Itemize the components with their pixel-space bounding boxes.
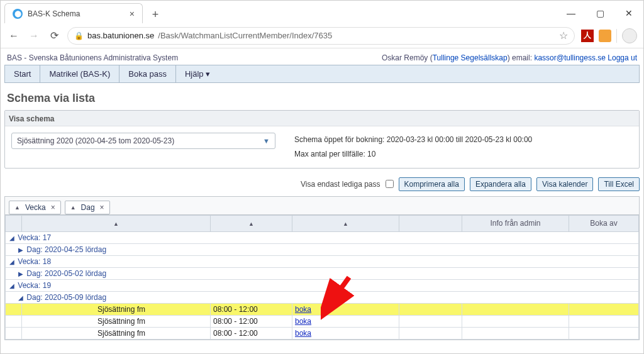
browser-toolbar: ← → ⟳ 🔒 bas.batunionen.se/Bask/WatchmanL… (1, 23, 643, 48)
remove-group-icon[interactable]: × (100, 203, 104, 212)
group-row-day[interactable]: ◢ Dag: 2020-05-09 lördag (6, 291, 639, 303)
menu-boka-pass[interactable]: Boka pass (119, 65, 176, 82)
chevron-down-icon: ▼ (263, 137, 270, 145)
system-header: BAS - Svenska Båtunionens Administrativa… (4, 51, 640, 65)
expand-icon[interactable]: ▶ (17, 246, 25, 253)
max-antal-text: Max antal per tillfälle: 10 (294, 147, 532, 162)
table-header-row: ▲ ▲ ▲ Info från admin Boka av (6, 215, 639, 231)
group-tab-label: Dag (81, 203, 95, 212)
grid-controls: Visa endast lediga pass Komprimera alla … (4, 175, 640, 196)
browser-titlebar: ⬤ BAS-K Schema × + — ▢ ✕ (1, 1, 643, 23)
komprimera-button[interactable]: Komprimera alla (399, 177, 465, 191)
divider (616, 29, 617, 43)
url-path: /Bask/WatchmanListCurrentMember/Index/76… (158, 31, 332, 40)
sort-asc-icon: ▲ (70, 204, 76, 211)
bookmark-star-icon[interactable]: ☆ (559, 30, 568, 41)
visa-kalender-button[interactable]: Visa kalender (536, 177, 594, 191)
expandera-button[interactable]: Expandera alla (470, 177, 531, 191)
browser-tab[interactable]: ⬤ BAS-K Schema × (4, 3, 143, 23)
user-name: Oskar Remöy (382, 53, 428, 62)
forward-button[interactable]: → (27, 29, 41, 43)
schedule-grid: ▲ Vecka × ▲ Dag × ▲ ▲ ▲ (4, 196, 640, 340)
extensions: 人 (581, 28, 637, 43)
only-free-label: Visa endast lediga pass (301, 180, 380, 189)
schema-select[interactable]: Sjösättning 2020 (2020-04-25 tom 2020-05… (11, 133, 275, 149)
collapse-icon[interactable]: ◢ (8, 235, 16, 241)
main-menu: Start Matrikel (BAS-K) Boka pass Hjälp ▾ (4, 65, 640, 83)
col-boka-av[interactable]: Boka av (569, 215, 639, 231)
window-controls: — ▢ ✕ (557, 3, 643, 23)
group-row-day[interactable]: ▶ Dag: 2020-05-02 lördag (6, 267, 639, 279)
col-spacer (399, 215, 462, 231)
group-tab-label: Vecka (25, 203, 46, 212)
filter-panel-header: Visa schema (5, 111, 639, 126)
menu-matrikel[interactable]: Matrikel (BAS-K) (40, 65, 119, 82)
pass-time: 08:00 - 12:00 (211, 303, 292, 315)
user-block: Oskar Remöy (Tullinge Segelsällskap) ema… (382, 53, 637, 62)
col-name[interactable]: ▲ (22, 215, 211, 231)
col-action[interactable]: ▲ (292, 215, 399, 231)
boka-link[interactable]: boka (295, 305, 311, 314)
pass-time: 08:00 - 12:00 (211, 315, 292, 327)
boka-link[interactable]: boka (295, 317, 311, 326)
group-row-week[interactable]: ◢ Vecka: 19 (6, 279, 639, 291)
group-tab-dag[interactable]: ▲ Dag × (65, 201, 110, 214)
schema-select-value: Sjösättning 2020 (2020-04-25 tom 2020-05… (17, 136, 174, 145)
close-window-button[interactable]: ✕ (614, 3, 643, 23)
pdf-extension-icon[interactable]: 人 (581, 30, 594, 42)
minimize-button[interactable]: — (557, 3, 586, 23)
table-row: Sjösättning fm 08:00 - 12:00 boka (6, 327, 639, 339)
pass-time: 08:00 - 12:00 (211, 327, 292, 339)
table-row: Sjösättning fm 08:00 - 12:00 boka (6, 303, 639, 315)
collapse-icon[interactable]: ◢ (17, 294, 25, 301)
schedule-table: ▲ ▲ ▲ Info från admin Boka av ◢ Vecka: 1… (5, 215, 639, 340)
remove-group-icon[interactable]: × (51, 203, 55, 212)
menu-hjalp[interactable]: Hjälp ▾ (176, 65, 219, 82)
menu-start[interactable]: Start (5, 65, 40, 82)
expand-icon[interactable]: ▶ (17, 270, 25, 277)
till-excel-button[interactable]: Till Excel (598, 177, 640, 191)
col-info[interactable]: Info från admin (462, 215, 569, 231)
new-tab-button[interactable]: + (147, 6, 164, 23)
group-row-day[interactable]: ▶ Dag: 2020-04-25 lördag (6, 243, 639, 255)
reload-button[interactable]: ⟳ (47, 29, 61, 43)
url-host: bas.batunionen.se (87, 31, 154, 40)
back-button[interactable]: ← (7, 29, 21, 43)
grid-group-tabs: ▲ Vecka × ▲ Dag × (5, 197, 639, 215)
group-row-week[interactable]: ◢ Vecka: 17 (6, 231, 639, 243)
extension-icon[interactable] (599, 30, 611, 42)
sort-asc-icon: ▲ (14, 204, 20, 211)
tab-title: BAS-K Schema (28, 9, 80, 18)
col-expand[interactable] (6, 215, 22, 231)
table-row: Sjösättning fm 08:00 - 12:00 boka (6, 315, 639, 327)
app-name: BAS - Svenska Båtunionens Administrativa… (7, 53, 178, 62)
user-club-link[interactable]: Tullinge Segelsällskap (433, 53, 508, 62)
tab-close-icon[interactable]: × (130, 9, 135, 19)
group-row-week[interactable]: ◢ Vecka: 18 (6, 255, 639, 267)
collapse-icon[interactable]: ◢ (8, 282, 16, 289)
booking-open-text: Schema öppet för bokning: 2020-03-23 kl … (294, 133, 532, 147)
filter-panel: Visa schema Sjösättning 2020 (2020-04-25… (4, 110, 640, 169)
user-email-link[interactable]: kassor@tullingess.se (534, 53, 606, 62)
col-time[interactable]: ▲ (211, 215, 292, 231)
email-label: email: (512, 53, 532, 62)
boka-link[interactable]: boka (295, 329, 311, 338)
logout-link[interactable]: Logga ut (608, 53, 637, 62)
group-tab-vecka[interactable]: ▲ Vecka × (9, 201, 61, 214)
maximize-button[interactable]: ▢ (586, 3, 614, 23)
pass-name: Sjösättning fm (22, 315, 211, 327)
favicon-icon: ⬤ (13, 9, 23, 19)
page-title: Schema via lista (4, 83, 640, 110)
lock-icon: 🔒 (74, 31, 84, 40)
pass-name: Sjösättning fm (22, 303, 211, 315)
collapse-icon[interactable]: ◢ (8, 258, 16, 265)
schema-info: Schema öppet för bokning: 2020-03-23 kl … (294, 133, 532, 162)
profile-avatar-icon[interactable] (622, 28, 637, 43)
only-free-checkbox[interactable] (386, 180, 394, 188)
pass-name: Sjösättning fm (22, 327, 211, 339)
address-bar[interactable]: 🔒 bas.batunionen.se/Bask/WatchmanListCur… (67, 27, 575, 45)
